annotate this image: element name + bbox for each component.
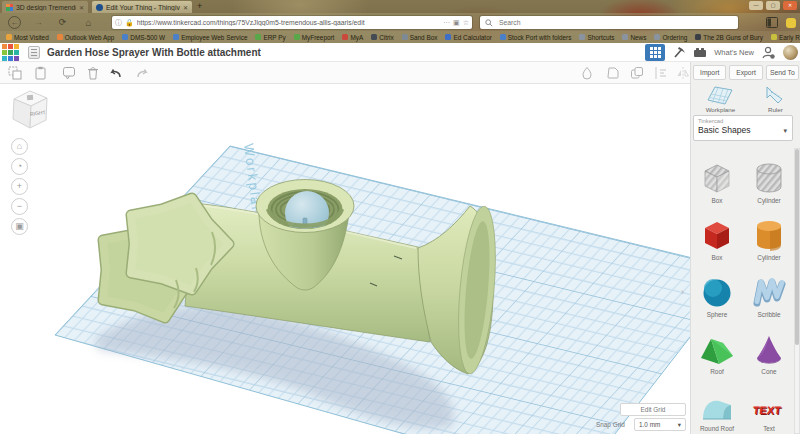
panel-collapse-chevron[interactable]: › xyxy=(681,287,684,297)
shape-item-box-hole[interactable]: Box xyxy=(693,150,741,207)
whats-new-link[interactable]: What's New xyxy=(714,48,754,57)
bookmark-item[interactable]: News xyxy=(622,34,646,41)
browser-tab-2-active[interactable]: Edit Your Thing - Thingiverse ✕ xyxy=(92,1,192,13)
url-bar[interactable]: ⓘ 🔒 ⋯ ▣ ☆ xyxy=(112,16,472,29)
bookmark-item[interactable]: Ordering xyxy=(654,34,687,41)
delete-icon[interactable] xyxy=(86,66,100,80)
tab-close-icon[interactable]: ✕ xyxy=(183,4,188,11)
apps-grid-button[interactable] xyxy=(645,44,665,61)
home-view-button[interactable]: ⌂ xyxy=(11,138,28,155)
bookmark-item[interactable]: Employee Web Service xyxy=(173,34,247,41)
search-input[interactable] xyxy=(497,18,733,27)
bookmark-item[interactable]: MyA xyxy=(342,34,363,41)
new-tab-button[interactable]: + xyxy=(197,1,202,12)
bookmark-item[interactable]: Outlook Web App xyxy=(57,34,115,41)
roof-icon xyxy=(699,336,735,366)
notification-icon[interactable] xyxy=(786,18,796,28)
shape-item-scribble[interactable]: Scribble xyxy=(745,264,793,321)
tab-close-icon[interactable]: ✕ xyxy=(79,4,84,11)
search-bar[interactable] xyxy=(480,16,738,29)
account-icon[interactable] xyxy=(761,45,776,60)
shape-outline-icon[interactable] xyxy=(606,66,620,80)
brick-icon[interactable] xyxy=(693,47,707,58)
shape-category-dropdown[interactable]: Tinkercad Basic Shapes ▾ xyxy=(693,115,793,141)
shape-item-cylinder[interactable]: Cylinder xyxy=(745,207,793,264)
zoom-out-button[interactable]: − xyxy=(11,198,28,215)
copy-icon[interactable] xyxy=(8,66,22,80)
forward-icon[interactable]: → xyxy=(32,16,45,29)
snap-grid-dropdown[interactable]: 1.0 mm ▾ xyxy=(634,418,686,431)
shape-item-round-roof[interactable]: Round Roof xyxy=(693,378,741,434)
pickaxe-icon[interactable] xyxy=(672,46,686,60)
export-button[interactable]: Export xyxy=(729,65,762,80)
bookmark-favicon xyxy=(57,34,63,40)
shape-item-roof[interactable]: Roof xyxy=(693,321,741,378)
close-button[interactable]: ✕ xyxy=(783,1,797,10)
shape-item-text[interactable]: TEXT TEXT Text xyxy=(745,378,793,434)
mirror-icon[interactable] xyxy=(676,66,690,80)
page-actions-icon[interactable]: ⋯ xyxy=(443,16,450,29)
bookmark-item[interactable]: Ed Calculator xyxy=(445,34,491,41)
duplicate-icon[interactable] xyxy=(62,66,76,80)
shape-item-sphere[interactable]: Sphere xyxy=(693,264,741,321)
bookmark-item[interactable]: Shortcuts xyxy=(579,34,614,41)
home-icon[interactable]: ⌂ xyxy=(82,16,95,29)
panel-scrollbar[interactable] xyxy=(794,148,800,434)
minimize-button[interactable]: — xyxy=(749,1,763,10)
bookmark-item[interactable]: Early Retirement xyxy=(771,34,800,41)
bookmark-label: DMS-500 W xyxy=(130,34,165,41)
bookmark-item[interactable]: MyFreeport xyxy=(294,34,335,41)
bookmark-label: Early Retirement xyxy=(779,34,800,41)
avatar[interactable] xyxy=(783,45,798,60)
shape-label: Box xyxy=(711,197,722,204)
paste-icon[interactable] xyxy=(34,66,48,80)
bookmark-item[interactable]: ERP Py xyxy=(255,34,285,41)
scribble-icon xyxy=(752,277,786,309)
viewport-3d-scene[interactable]: Workplane xyxy=(0,84,690,434)
workplane-tool[interactable]: Workplane xyxy=(706,86,735,113)
zoom-in-button[interactable]: + xyxy=(11,178,28,195)
shape-item-cylinder-hole[interactable]: Cylinder xyxy=(745,150,793,207)
box-icon xyxy=(700,218,734,252)
bookmark-label: Outlook Web App xyxy=(65,34,115,41)
view-cube[interactable]: RIGHT xyxy=(6,86,52,134)
scrollbar-thumb[interactable] xyxy=(795,149,799,345)
bookmark-item[interactable]: Sand Box xyxy=(402,34,438,41)
bookmark-favicon xyxy=(500,34,506,40)
bookmark-item[interactable]: Stock Port with folders xyxy=(500,34,572,41)
bookmark-item[interactable]: Citrix xyxy=(371,34,394,41)
orbit-view-button[interactable]: ◔ xyxy=(11,158,28,175)
send-to-button[interactable]: Send To xyxy=(766,65,799,80)
shapes-panel: Import Export Send To Workplane Ruler xyxy=(690,62,800,434)
maximize-button[interactable]: ▢ xyxy=(766,1,780,10)
import-button[interactable]: Import xyxy=(693,65,726,80)
edit-grid-button[interactable]: Edit Grid xyxy=(620,403,686,416)
align-icon[interactable] xyxy=(654,66,668,80)
viewport-3d[interactable]: Workplane xyxy=(0,84,690,434)
bookmark-item[interactable]: DMS-500 W xyxy=(122,34,165,41)
snap-grid-value: 1.0 mm xyxy=(639,419,660,430)
adjust-drop-icon[interactable] xyxy=(580,66,594,80)
browser-tab-1[interactable]: 3D design Tremendous Allis… ✕ xyxy=(2,1,88,13)
perspective-button[interactable]: ▣ xyxy=(11,218,28,235)
url-input[interactable] xyxy=(137,19,440,26)
redo-icon[interactable] xyxy=(136,66,150,80)
refresh-icon[interactable]: ⟳ xyxy=(56,16,69,29)
site-info-icon[interactable]: ⓘ xyxy=(115,16,122,29)
group-icon[interactable] xyxy=(630,66,644,80)
undo-icon[interactable] xyxy=(108,66,122,80)
tab-title: 3D design Tremendous Allis… xyxy=(16,4,76,11)
pocket-icon[interactable]: ▣ xyxy=(453,16,460,29)
sidebar-icon[interactable] xyxy=(766,17,778,28)
bookmark-item[interactable]: The 2B Guns of Bury xyxy=(695,34,763,41)
tinkercad-logo[interactable] xyxy=(2,44,19,61)
ruler-tool[interactable]: Ruler xyxy=(764,86,786,113)
design-properties-button[interactable] xyxy=(28,46,40,59)
shape-item-cone[interactable]: Cone xyxy=(745,321,793,378)
shape-item-box[interactable]: Box xyxy=(693,207,741,264)
back-icon[interactable]: ← xyxy=(8,16,21,29)
tool-label: Workplane xyxy=(706,106,735,113)
tab-bar: 3D design Tremendous Allis… ✕ Edit Your … xyxy=(0,0,800,13)
bookmark-star-icon[interactable]: ☆ xyxy=(463,16,469,29)
bookmark-item[interactable]: Most Visited xyxy=(6,34,49,41)
